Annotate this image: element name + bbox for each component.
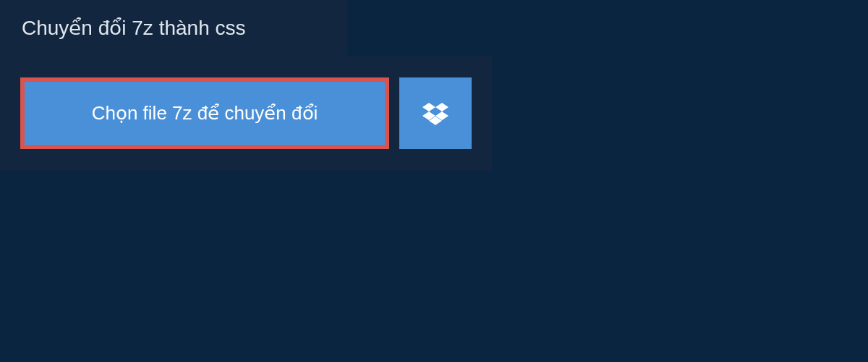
choose-file-button[interactable]: Chọn file 7z để chuyển đổi bbox=[20, 77, 389, 149]
dropbox-icon bbox=[422, 101, 448, 127]
page-title-container: Chuyển đổi 7z thành css bbox=[0, 0, 347, 56]
upload-panel: Chọn file 7z để chuyển đổi bbox=[0, 56, 492, 171]
choose-file-label: Chọn file 7z để chuyển đổi bbox=[92, 102, 318, 125]
dropbox-button[interactable] bbox=[399, 77, 472, 149]
page-title: Chuyển đổi 7z thành css bbox=[22, 16, 326, 40]
